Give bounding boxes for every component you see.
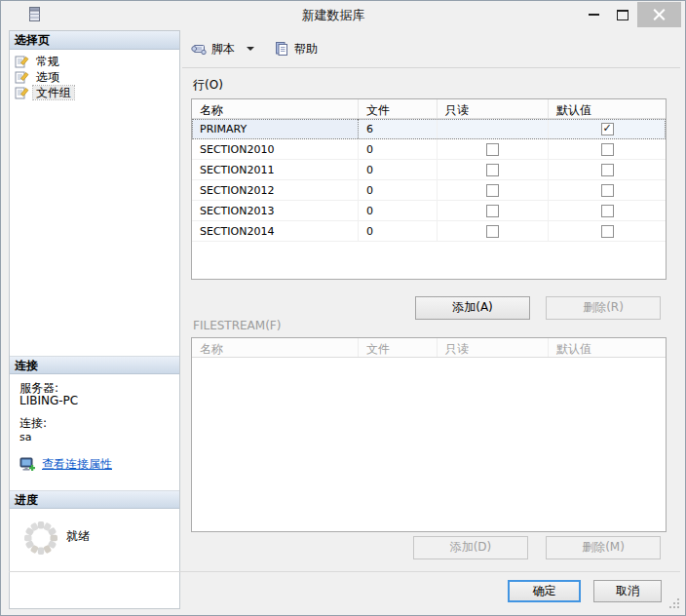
page-edit-icon [15,70,29,84]
minimize-icon [589,14,599,16]
row-name-cell: SECTION2011 [192,160,359,179]
row-readonly-cell [438,201,549,220]
toolbar: 脚本 帮助 [182,30,680,68]
readonly-checkbox[interactable] [486,184,499,197]
footer-divider [9,571,680,572]
readonly-checkbox[interactable] [486,164,499,176]
connection-label: 连接: [19,417,179,430]
script-button-label: 脚本 [211,41,235,58]
row-default-cell [549,180,666,200]
connection-properties-icon [19,457,36,472]
table-row[interactable]: SECTION2013 0 [192,201,666,221]
column-header-files: 文件 [359,338,438,357]
sidebar-page-item-label: 选项 [33,70,62,84]
script-button[interactable]: 脚本 [189,38,256,60]
progress-status: 就绪 [66,528,90,545]
filestream-table: 名称 文件 只读 默认值 [191,337,667,532]
add-filestream-button[interactable]: 添加(D) [413,536,528,559]
row-name-cell: SECTION2012 [192,180,359,200]
table-row[interactable]: SECTION2012 0 [192,180,666,201]
sidebar-page-item-label: 常规 [33,55,62,68]
column-header-name: 名称 [192,99,359,118]
chevron-down-icon [247,47,254,51]
default-checkbox[interactable] [601,164,614,176]
table-row[interactable]: PRIMARY 6 [192,119,666,139]
rows-section-label: 行(O) [193,77,223,94]
default-checkbox[interactable] [601,143,614,156]
row-files-cell: 0 [359,201,438,220]
readonly-checkbox[interactable] [486,205,499,217]
page-list: 常规 选项 文件组 [10,50,179,360]
filegroups-page: 行(O) 名称 文件 只读 默认值 PRIMARY 6 SECTION2010 … [182,68,680,571]
readonly-checkbox[interactable] [486,143,499,156]
default-checkbox[interactable] [601,184,614,197]
sidebar-item-常规[interactable]: 常规 [10,54,179,69]
filegroups-table-body: PRIMARY 6 SECTION2010 0 SECTION2011 0 SE… [192,119,666,242]
maximize-icon [617,10,629,20]
sidebar-item-选项[interactable]: 选项 [10,69,179,85]
filegroups-table-header: 名称 文件 只读 默认值 [192,99,666,119]
help-button[interactable]: 帮助 [272,38,320,60]
database-icon [28,6,41,22]
title-bar: 新建数据库 [1,1,685,28]
cancel-button[interactable]: 取消 [593,580,662,602]
filestream-table-header: 名称 文件 只读 默认值 [192,338,666,358]
row-files-cell: 0 [359,160,438,179]
ok-button[interactable]: 确定 [508,580,581,602]
filegroups-table: 名称 文件 只读 默认值 PRIMARY 6 SECTION2010 0 SEC… [191,98,667,280]
help-button-label: 帮助 [294,41,318,58]
row-readonly-cell [438,119,549,138]
progress-header: 进度 [10,490,179,509]
sidebar-item-文件组[interactable]: 文件组 [10,85,179,100]
row-files-cell: 6 [359,119,438,138]
column-header-default: 默认值 [549,99,666,118]
column-header-readonly: 只读 [438,338,549,357]
remove-filestream-button[interactable]: 删除(M) [546,536,661,559]
column-header-default: 默认值 [549,338,666,357]
select-page-header: 选择页 [10,31,179,50]
row-readonly-cell [438,221,549,241]
new-database-dialog: 新建数据库 选择页 常规 选项 [0,0,686,616]
table-row[interactable]: SECTION2011 0 [192,160,666,180]
close-button[interactable] [637,2,681,27]
row-default-cell [549,160,666,179]
row-name-cell: SECTION2014 [192,221,359,241]
column-header-files: 文件 [359,99,438,118]
server-value: LIBING-PC [19,395,179,407]
view-connection-properties-link[interactable]: 查看连接属性 [42,456,112,473]
table-row[interactable]: SECTION2014 0 [192,221,666,242]
window-controls [579,2,681,27]
sidebar-page-item-label: 文件组 [33,86,74,99]
page-edit-icon [15,55,29,68]
readonly-checkbox[interactable] [486,225,499,238]
connection-header: 连接 [10,356,179,374]
column-header-readonly: 只读 [438,99,549,118]
connection-panel: 服务器: LIBING-PC 连接: sa 查看连接属性 [10,374,179,490]
minimize-button[interactable] [579,2,608,27]
table-row[interactable]: SECTION2010 0 [192,139,666,160]
row-files-cell: 0 [359,139,438,159]
default-checkbox[interactable] [601,123,614,135]
filestream-section-label: FILESTREAM(F) [193,319,281,332]
default-checkbox[interactable] [601,225,614,238]
window-title: 新建数据库 [98,7,568,24]
help-icon [274,41,289,57]
resize-grip[interactable] [667,597,679,608]
maximize-button[interactable] [608,2,637,27]
row-name-cell: SECTION2013 [192,201,359,220]
remove-filegroup-button[interactable]: 删除(R) [546,296,661,320]
row-files-cell: 0 [359,221,438,241]
add-filegroup-button[interactable]: 添加(A) [415,296,530,320]
row-default-cell [549,119,666,138]
sidebar: 选择页 常规 选项 文件组 连接 [9,30,180,609]
row-default-cell [549,221,666,241]
row-readonly-cell [438,160,549,179]
connection-value: sa [19,430,179,444]
page-edit-icon [15,86,29,99]
row-default-cell [549,139,666,159]
row-readonly-cell [438,180,549,200]
row-name-cell: PRIMARY [192,119,359,138]
row-readonly-cell [438,139,549,159]
row-name-cell: SECTION2010 [192,139,359,159]
default-checkbox[interactable] [601,205,614,217]
